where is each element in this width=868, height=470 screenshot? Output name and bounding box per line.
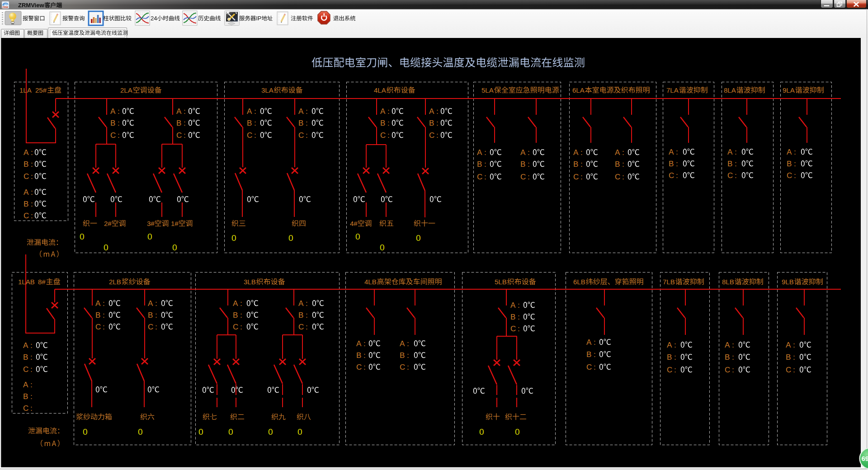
svg-text:C:: C: bbox=[380, 131, 390, 140]
svg-text:A:: A: bbox=[233, 299, 242, 308]
svg-text:C:: C: bbox=[23, 365, 33, 374]
svg-text:C:: C: bbox=[725, 366, 734, 374]
svg-text:A:: A: bbox=[247, 107, 256, 116]
svg-text:1LA: 1LA bbox=[19, 86, 32, 94]
svg-text:A:: A: bbox=[298, 299, 308, 308]
svg-text:B:: B: bbox=[429, 119, 439, 127]
svg-text:A:: A: bbox=[520, 148, 530, 157]
svg-text:C:: C: bbox=[573, 173, 583, 181]
svg-text:C:: C: bbox=[95, 323, 105, 331]
svg-text:C:: C: bbox=[23, 404, 33, 413]
svg-text:A:: A: bbox=[24, 148, 33, 157]
svg-text:A:: A: bbox=[95, 299, 105, 308]
svg-text:2LA: 2LA bbox=[120, 86, 132, 94]
svg-text:0: 0 bbox=[80, 232, 85, 241]
svg-text:25#: 25# bbox=[35, 86, 47, 94]
svg-text:4#: 4# bbox=[350, 220, 358, 227]
svg-text:C:: C: bbox=[24, 212, 33, 220]
svg-text:B:: B: bbox=[510, 313, 520, 321]
svg-text:B:: B: bbox=[520, 160, 530, 169]
svg-text:0: 0 bbox=[479, 427, 484, 437]
svg-text:A:: A: bbox=[787, 148, 796, 156]
svg-text:A:: A: bbox=[400, 339, 409, 348]
svg-text:C:: C: bbox=[148, 323, 157, 331]
svg-text:5LA: 5LA bbox=[481, 86, 494, 94]
svg-text:B:: B: bbox=[176, 119, 186, 127]
svg-text:C:: C: bbox=[247, 131, 256, 140]
svg-text:ZRMView: ZRMView bbox=[18, 2, 44, 9]
svg-text:B:: B: bbox=[615, 160, 624, 169]
svg-text:0: 0 bbox=[104, 243, 108, 252]
svg-text:A:: A: bbox=[477, 148, 486, 157]
svg-text:B:: B: bbox=[298, 119, 308, 127]
svg-text:C:: C: bbox=[787, 171, 796, 180]
svg-text:A:: A: bbox=[429, 107, 439, 116]
svg-text:C:: C: bbox=[477, 173, 486, 181]
svg-text:B:: B: bbox=[725, 353, 734, 362]
svg-text:B:: B: bbox=[148, 311, 157, 320]
svg-text:4LB: 4LB bbox=[364, 278, 377, 286]
svg-text:C:: C: bbox=[24, 172, 33, 181]
svg-text:C:: C: bbox=[669, 171, 678, 180]
svg-text:C:: C: bbox=[727, 171, 737, 180]
svg-text:9LA: 9LA bbox=[783, 86, 795, 94]
svg-text:C:: C: bbox=[400, 363, 409, 371]
svg-text:B:: B: bbox=[786, 353, 795, 362]
svg-text:B:: B: bbox=[586, 350, 596, 359]
svg-text:B:: B: bbox=[667, 353, 676, 362]
svg-text:C:: C: bbox=[667, 366, 676, 374]
svg-text:0: 0 bbox=[83, 427, 88, 437]
svg-text:B:: B: bbox=[669, 160, 678, 168]
svg-text:C:: C: bbox=[110, 131, 120, 140]
svg-text:0: 0 bbox=[515, 427, 520, 437]
svg-text:0: 0 bbox=[288, 233, 293, 243]
svg-text:C:: C: bbox=[510, 324, 520, 333]
svg-text:69%: 69% bbox=[861, 455, 868, 462]
svg-text:0: 0 bbox=[228, 427, 233, 437]
svg-text:0: 0 bbox=[416, 233, 421, 243]
svg-text:0: 0 bbox=[231, 233, 236, 243]
svg-text:A:: A: bbox=[669, 148, 678, 156]
svg-text:B:: B: bbox=[233, 311, 242, 320]
svg-text:0: 0 bbox=[297, 427, 302, 437]
svg-text:8LA: 8LA bbox=[724, 86, 736, 94]
svg-text:0: 0 bbox=[138, 427, 143, 437]
svg-text:C:: C: bbox=[586, 363, 596, 371]
svg-text:2#: 2# bbox=[104, 220, 112, 227]
svg-text:5LB: 5LB bbox=[495, 278, 507, 286]
svg-text:B:: B: bbox=[400, 351, 409, 360]
svg-text:IP: IP bbox=[256, 15, 261, 22]
svg-text:C:: C: bbox=[520, 173, 530, 181]
svg-text:B:: B: bbox=[573, 160, 583, 169]
svg-text:C:: C: bbox=[298, 131, 308, 140]
svg-text:A:: A: bbox=[298, 107, 308, 116]
svg-text:B:: B: bbox=[477, 160, 486, 169]
svg-text:C:: C: bbox=[429, 131, 439, 140]
svg-text:A:: A: bbox=[786, 341, 795, 349]
svg-text:0: 0 bbox=[380, 243, 385, 252]
svg-text:0: 0 bbox=[147, 232, 152, 241]
svg-text:3LA: 3LA bbox=[261, 86, 274, 94]
svg-text:B:: B: bbox=[380, 119, 390, 127]
svg-text:ZRM: ZRM bbox=[2, 6, 8, 9]
svg-text:6LB: 6LB bbox=[573, 278, 585, 286]
svg-text:C:: C: bbox=[298, 323, 308, 331]
svg-text:C:: C: bbox=[615, 173, 624, 181]
svg-text:1LAB: 1LAB bbox=[18, 278, 35, 286]
svg-text:A:: A: bbox=[110, 107, 120, 116]
svg-text:A:: A: bbox=[148, 299, 157, 308]
svg-text:A:: A: bbox=[380, 107, 390, 116]
svg-text:8LB: 8LB bbox=[722, 278, 734, 286]
svg-text:7LA: 7LA bbox=[666, 86, 679, 94]
svg-text:7LB: 7LB bbox=[663, 278, 675, 286]
svg-text:4LA: 4LA bbox=[374, 86, 386, 94]
svg-text:A:: A: bbox=[510, 301, 520, 310]
svg-text:2LB: 2LB bbox=[109, 278, 121, 286]
svg-text:A:: A: bbox=[356, 339, 366, 348]
svg-text:B:: B: bbox=[24, 160, 33, 169]
svg-text:B:: B: bbox=[24, 200, 33, 208]
svg-text:A:: A: bbox=[176, 107, 186, 116]
svg-text:C:: C: bbox=[233, 323, 242, 331]
svg-text:A:: A: bbox=[667, 341, 676, 349]
svg-text:A:: A: bbox=[573, 148, 583, 157]
